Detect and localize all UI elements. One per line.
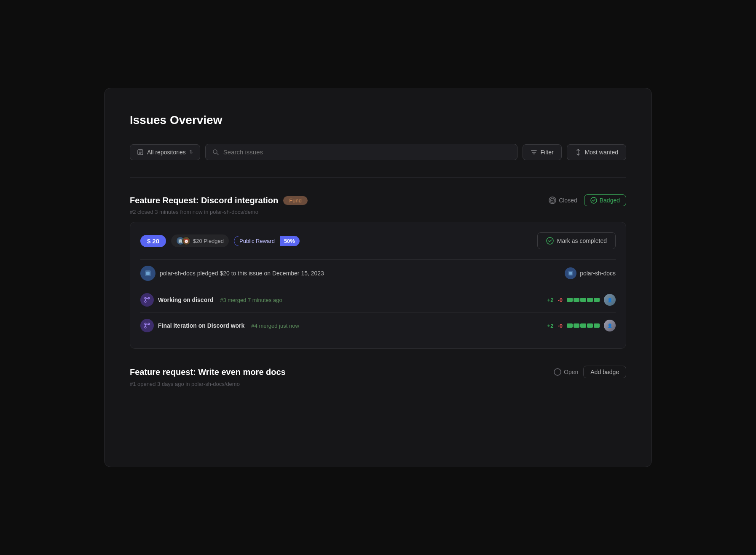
issue-1-panel: $ 20 🏢 ⏰ $20 Pledged Public Reward 50%	[130, 222, 626, 349]
search-icon	[212, 149, 219, 156]
check-badge-icon	[590, 197, 597, 204]
add-badge-label: Add badge	[590, 369, 619, 375]
filter-icon	[531, 149, 537, 156]
filter-label: Filter	[541, 149, 554, 156]
amount-badge: $ 20	[140, 235, 166, 247]
diff-bar-8	[580, 323, 586, 328]
org-avatar-2	[565, 267, 576, 279]
diff-bar-2	[574, 298, 579, 302]
panel-top: $ 20 🏢 ⏰ $20 Pledged Public Reward 50%	[140, 232, 616, 249]
diff-bar-7	[574, 323, 579, 328]
mark-completed-button[interactable]: Mark as completed	[537, 232, 616, 249]
open-circle-icon	[554, 368, 561, 376]
diff-bar-10	[594, 323, 600, 328]
badged-badge: Badged	[584, 194, 626, 206]
issue-1-status-row: Closed Badged	[549, 194, 626, 206]
issue-2-header: Feature request: Write even more docs Op…	[130, 366, 626, 378]
svg-rect-11	[146, 272, 150, 275]
sort-icon	[575, 149, 582, 156]
pr-1-diff-bars	[567, 298, 600, 302]
diff-bar-3	[580, 298, 586, 302]
diff-bar-4	[587, 298, 593, 302]
pr-row-1: Working on discord #3 merged 7 minutes a…	[140, 287, 616, 313]
open-label: Open	[564, 369, 578, 375]
issue-2-status-row: Open Add badge	[554, 366, 626, 378]
divider	[130, 177, 626, 178]
org-avatar-1	[140, 266, 155, 281]
toolbar: All repositories ⇅ Filter Most wanted	[130, 144, 626, 160]
pledge-text: polar-sh-docs pledged $20 to this issue …	[160, 270, 324, 277]
pr-2-diff-bars	[567, 323, 600, 328]
search-input[interactable]	[223, 148, 510, 156]
dollar-icon: $	[147, 237, 150, 245]
avatar-mini-clock: ⏰	[182, 237, 190, 245]
issue-1-title: Feature Request: Discord integration	[130, 196, 278, 205]
pr-1-right: +2 -0 👤	[547, 294, 616, 306]
repos-label: All repositories	[147, 149, 186, 156]
chevron-icon: ⇅	[189, 149, 193, 155]
pledge-org-right: polar-sh-docs	[565, 267, 616, 279]
filter-button[interactable]: Filter	[523, 144, 562, 160]
pr-icon-2	[140, 319, 154, 332]
open-status: Open	[554, 368, 578, 376]
svg-point-9	[547, 237, 553, 244]
pledged-pill: 🏢 ⏰ $20 Pledged	[171, 234, 229, 247]
pr-2-title: Final iteration on Discord work	[158, 322, 244, 329]
pr-1-meta: #3 merged 7 minutes ago	[220, 297, 282, 303]
fund-badge: Fund	[283, 196, 308, 205]
svg-point-7	[550, 198, 555, 202]
pr-1-del: -0	[558, 297, 563, 303]
closed-label: Closed	[559, 197, 577, 204]
mark-completed-label: Mark as completed	[557, 237, 607, 244]
pr-2-left: Final iteration on Discord work #4 merge…	[140, 319, 299, 332]
pr-1-add: +2	[547, 297, 554, 303]
add-badge-button[interactable]: Add badge	[583, 366, 626, 378]
sort-label: Most wanted	[585, 149, 618, 156]
pr-2-right: +2 -0 👤	[547, 320, 616, 331]
issue-2-meta: #1 opened 3 days ago in polar-sh-docs/de…	[130, 381, 626, 387]
pledged-avatars: 🏢 ⏰	[176, 237, 190, 245]
pr-1-title: Working on discord	[158, 296, 213, 303]
pledge-left: polar-sh-docs pledged $20 to this issue …	[140, 266, 324, 281]
svg-line-5	[217, 153, 218, 155]
check-circle-icon	[549, 197, 556, 204]
search-box	[205, 144, 517, 160]
pr-row-2: Final iteration on Discord work #4 merge…	[140, 313, 616, 338]
repo-icon	[137, 149, 144, 156]
pr-1-user-avatar: 👤	[604, 294, 616, 306]
page-title: Issues Overview	[130, 113, 626, 127]
issue-2-title: Feature request: Write even more docs	[130, 367, 286, 377]
pr-2-user-avatar: 👤	[604, 320, 616, 331]
pr-2-del: -0	[558, 323, 563, 329]
repos-dropdown-button[interactable]: All repositories ⇅	[130, 144, 200, 160]
svg-rect-13	[569, 272, 572, 275]
public-reward-pill: Public Reward 50%	[234, 236, 300, 246]
issue-1-section: Feature Request: Discord integration Fun…	[130, 194, 626, 349]
public-reward-pct: 50%	[280, 236, 299, 246]
diff-bar-9	[587, 323, 593, 328]
diff-bar-5	[594, 298, 600, 302]
sort-button[interactable]: Most wanted	[567, 144, 626, 160]
issue-1-title-row: Feature Request: Discord integration Fun…	[130, 196, 308, 205]
amount-value: 20	[152, 237, 159, 245]
check-circle-green-icon	[546, 237, 554, 245]
diff-bar-1	[567, 298, 573, 302]
issue-1-meta: #2 closed 3 minutes from now in polar-sh…	[130, 209, 626, 215]
app-container: Issues Overview All repositories ⇅	[104, 88, 652, 467]
pr-2-meta: #4 merged just now	[251, 323, 299, 329]
badged-label: Badged	[600, 197, 620, 204]
pr-2-add: +2	[547, 323, 554, 329]
panel-left: $ 20 🏢 ⏰ $20 Pledged Public Reward 50%	[140, 234, 300, 247]
closed-status: Closed	[549, 197, 577, 204]
public-reward-label: Public Reward	[234, 236, 280, 246]
issue-2-section: Feature request: Write even more docs Op…	[130, 366, 626, 387]
issue-1-header: Feature Request: Discord integration Fun…	[130, 194, 626, 206]
pledge-org-name: polar-sh-docs	[580, 270, 616, 277]
diff-bar-6	[567, 323, 573, 328]
pledge-row: polar-sh-docs pledged $20 to this issue …	[140, 259, 616, 287]
pr-1-left: Working on discord #3 merged 7 minutes a…	[140, 293, 282, 307]
pledged-text: $20 Pledged	[193, 238, 224, 244]
pr-icon-1	[140, 293, 154, 307]
